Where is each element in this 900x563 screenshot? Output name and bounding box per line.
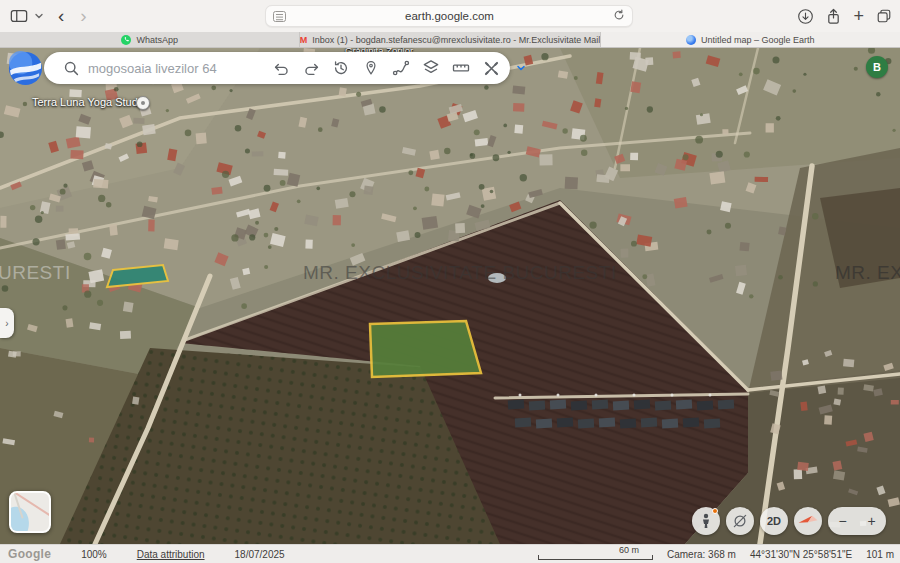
zoom-out-button[interactable]: − <box>828 513 857 529</box>
sidebar-icon[interactable] <box>10 5 28 27</box>
measure-ruler-icon[interactable] <box>446 54 476 82</box>
panel-expand-handle[interactable]: › <box>0 308 14 338</box>
zoom-control: − + <box>828 507 886 535</box>
2d-toggle-button[interactable]: 2D <box>760 507 788 535</box>
imagery-date: 18/07/2025 <box>235 549 285 560</box>
map-viewport[interactable]: URESTI MR. EXCLUSIVITATE BUCURESTI MR. E… <box>0 48 900 544</box>
address-bar[interactable]: earth.google.com <box>265 5 633 27</box>
historical-imagery-icon[interactable] <box>326 54 356 82</box>
toolbar-chevron-down-icon[interactable] <box>506 54 536 82</box>
tab-label: Untitled map – Google Earth <box>701 35 815 45</box>
camera-altitude: Camera: 368 m <box>667 549 736 560</box>
tab-whatsapp[interactable]: WhatsApp <box>0 32 300 47</box>
tab-label: WhatsApp <box>136 35 178 45</box>
zoom-in-button[interactable]: + <box>857 513 886 529</box>
redo-icon[interactable] <box>296 54 326 82</box>
toggle-visibility-button[interactable] <box>726 507 754 535</box>
browser-toolbar: ‹ › earth.google.com + <box>0 0 900 32</box>
draw-path-icon[interactable] <box>386 54 416 82</box>
new-tab-icon[interactable]: + <box>853 5 864 27</box>
earth-toolbar <box>44 52 510 84</box>
gmail-icon: M <box>300 35 307 45</box>
compass-button[interactable] <box>794 507 822 535</box>
account-avatar[interactable]: B <box>866 56 888 78</box>
forward-button[interactable]: › <box>80 5 86 27</box>
share-icon[interactable] <box>826 5 841 27</box>
search-input[interactable] <box>86 60 266 77</box>
chevron-down-icon[interactable] <box>34 5 44 27</box>
panel-chevron-icon: › <box>5 318 8 329</box>
zoom-percent: 100% <box>81 549 107 560</box>
undo-icon[interactable] <box>266 54 296 82</box>
back-button[interactable]: ‹ <box>58 5 64 27</box>
google-earth-logo[interactable] <box>8 51 43 86</box>
page-settings-icon[interactable] <box>273 11 286 22</box>
ground-elevation: 101 m <box>866 549 894 560</box>
google-logo: Google <box>8 547 51 561</box>
cursor-coordinates: 44°31'30"N 25°58'51"E <box>750 549 852 560</box>
map-scale-bar: 60 m <box>538 547 653 561</box>
highlighted-plot-main[interactable] <box>370 321 481 377</box>
tab-google-earth[interactable]: Untitled map – Google Earth <box>601 32 900 47</box>
pegman-badge <box>712 508 718 514</box>
placemark-pin-icon[interactable] <box>356 54 386 82</box>
tab-mail[interactable]: M Inbox (1) - bogdan.stefanescu@mrexclus… <box>300 32 600 47</box>
earth-icon <box>686 35 696 45</box>
street-view-pegman-button[interactable] <box>692 507 720 535</box>
whatsapp-icon <box>121 35 131 45</box>
overview-minimap[interactable] <box>9 491 51 533</box>
url-text: earth.google.com <box>286 10 613 22</box>
tab-overview-icon[interactable] <box>876 5 892 27</box>
status-bar: Google 100% Data attribution 18/07/2025 … <box>0 544 900 563</box>
tools-icon[interactable] <box>476 54 506 82</box>
reload-icon[interactable] <box>613 7 625 25</box>
data-attribution-link[interactable]: Data attribution <box>137 549 205 560</box>
highlighted-plot-small[interactable] <box>107 265 168 287</box>
poi-marker-icon[interactable] <box>136 96 150 110</box>
map-controls: 2D − + <box>692 507 886 535</box>
search-icon[interactable] <box>56 54 86 82</box>
scale-bracket <box>538 555 653 560</box>
scale-label: 60 m <box>619 545 639 555</box>
tab-bar: WhatsApp M Inbox (1) - bogdan.stefanescu… <box>0 32 900 48</box>
tab-label: Inbox (1) - bogdan.stefanescu@mrexclusiv… <box>312 35 600 45</box>
downloads-icon[interactable] <box>797 5 814 27</box>
plot-overlays <box>0 48 900 544</box>
layers-icon[interactable] <box>416 54 446 82</box>
poi-label: Terra Luna Yoga Studio <box>32 96 146 108</box>
